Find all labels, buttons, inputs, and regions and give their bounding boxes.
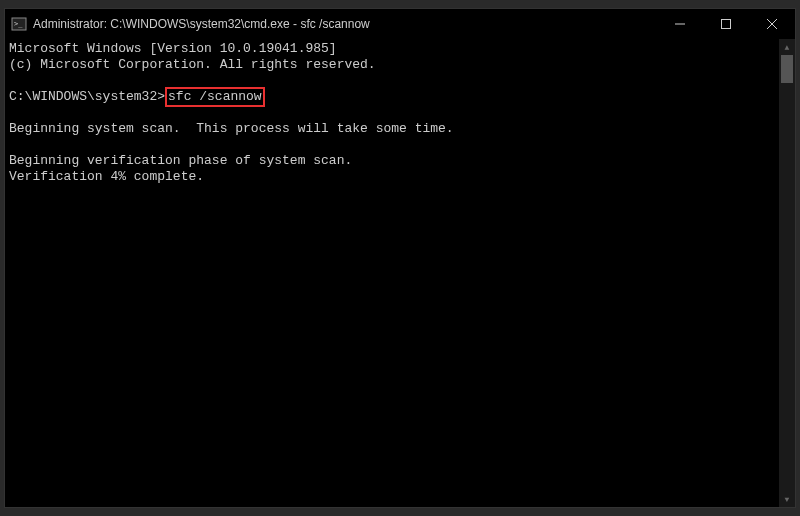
scrollbar-down-arrow[interactable]: ▼ <box>779 491 795 507</box>
command-text: sfc /scannow <box>168 89 262 104</box>
content-area: Microsoft Windows [Version 10.0.19041.98… <box>5 39 795 507</box>
svg-rect-3 <box>722 20 731 29</box>
verification-progress-line: Verification 4% complete. <box>9 169 204 184</box>
scan-start-line: Beginning system scan. This process will… <box>9 121 454 136</box>
vertical-scrollbar[interactable]: ▲ ▼ <box>779 39 795 507</box>
command-highlight: sfc /scannow <box>165 87 265 107</box>
cmd-icon: >_ <box>11 16 27 32</box>
minimize-button[interactable] <box>657 9 703 39</box>
scrollbar-up-arrow[interactable]: ▲ <box>779 39 795 55</box>
terminal-output[interactable]: Microsoft Windows [Version 10.0.19041.98… <box>5 39 779 507</box>
copyright-line: (c) Microsoft Corporation. All rights re… <box>9 57 376 72</box>
window-controls <box>657 9 795 39</box>
prompt: C:\WINDOWS\system32> <box>9 89 165 104</box>
window-title: Administrator: C:\WINDOWS\system32\cmd.e… <box>33 17 657 31</box>
close-button[interactable] <box>749 9 795 39</box>
svg-text:>_: >_ <box>14 20 23 28</box>
version-line: Microsoft Windows [Version 10.0.19041.98… <box>9 41 337 56</box>
cmd-window: >_ Administrator: C:\WINDOWS\system32\cm… <box>4 8 796 508</box>
scrollbar-track[interactable] <box>779 55 795 491</box>
verification-phase-line: Beginning verification phase of system s… <box>9 153 352 168</box>
titlebar[interactable]: >_ Administrator: C:\WINDOWS\system32\cm… <box>5 9 795 39</box>
scrollbar-thumb[interactable] <box>781 55 793 83</box>
maximize-button[interactable] <box>703 9 749 39</box>
